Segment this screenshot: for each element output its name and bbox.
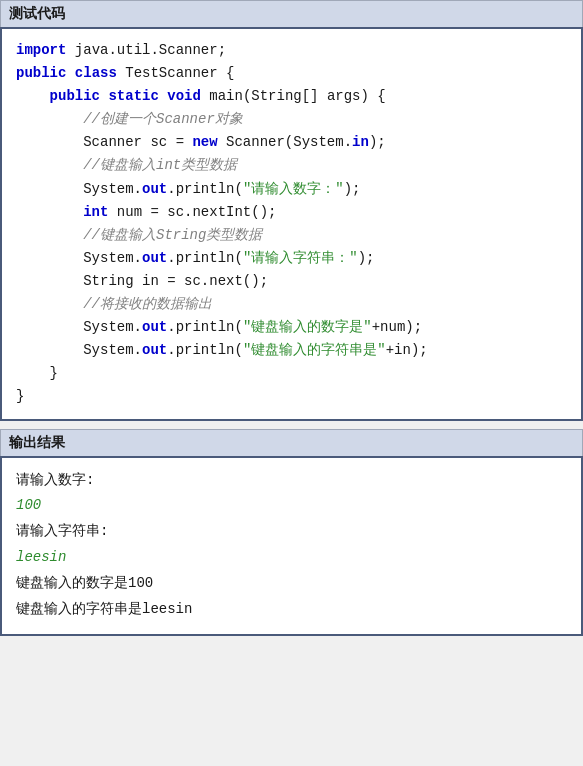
- code-line: //键盘输入String类型数据: [16, 224, 567, 247]
- code-token: Scanner(System.: [218, 134, 352, 150]
- output-line: 请输入数字:: [16, 468, 567, 494]
- code-token: main(String[] args) {: [201, 88, 386, 104]
- code-token: "键盘输入的数字是": [243, 319, 372, 335]
- output-line: leesin: [16, 545, 567, 571]
- code-token: .println(: [167, 342, 243, 358]
- code-section: 测试代码 import java.util.Scanner;public cla…: [0, 0, 583, 421]
- code-token: TestScanner {: [117, 65, 235, 81]
- code-token: //键盘输入String类型数据: [16, 227, 262, 243]
- code-token: [16, 88, 50, 104]
- code-token: in: [352, 134, 369, 150]
- code-line: //将接收的数据输出: [16, 293, 567, 316]
- code-token: [16, 204, 83, 220]
- code-token: System.: [16, 319, 142, 335]
- code-token: new: [192, 134, 217, 150]
- code-token: void: [167, 88, 201, 104]
- code-token: out: [142, 181, 167, 197]
- code-token: num = sc.nextInt();: [108, 204, 276, 220]
- code-token: "键盘输入的字符串是": [243, 342, 386, 358]
- code-token: System.: [16, 181, 142, 197]
- code-line: String in = sc.next();: [16, 270, 567, 293]
- code-token: public: [16, 65, 66, 81]
- output-section: 输出结果 请输入数字:100请输入字符串:leesin键盘输入的数字是100键盘…: [0, 429, 583, 636]
- code-token: "请输入数字：": [243, 181, 344, 197]
- code-token: }: [16, 388, 24, 404]
- code-token: "请输入字符串：": [243, 250, 358, 266]
- output-line: 键盘输入的字符串是leesin: [16, 597, 567, 623]
- code-token: public: [50, 88, 100, 104]
- code-line: Scanner sc = new Scanner(System.in);: [16, 131, 567, 154]
- code-token: [159, 88, 167, 104]
- code-token: .println(: [167, 181, 243, 197]
- code-token: class: [75, 65, 117, 81]
- output-line: 100: [16, 493, 567, 519]
- code-token: }: [16, 365, 58, 381]
- code-token: out: [142, 342, 167, 358]
- code-token: System.: [16, 250, 142, 266]
- code-line: }: [16, 385, 567, 408]
- code-token: static: [108, 88, 158, 104]
- code-token: +in);: [386, 342, 428, 358]
- code-line: public class TestScanner {: [16, 62, 567, 85]
- code-line: public static void main(String[] args) {: [16, 85, 567, 108]
- code-token: Scanner sc =: [16, 134, 192, 150]
- code-line: System.out.println("键盘输入的数字是"+num);: [16, 316, 567, 339]
- code-token: [66, 65, 74, 81]
- code-line: System.out.println("请输入数字：");: [16, 178, 567, 201]
- code-box: import java.util.Scanner;public class Te…: [0, 27, 583, 421]
- code-token: out: [142, 319, 167, 335]
- output-line: 键盘输入的数字是100: [16, 571, 567, 597]
- code-token: .println(: [167, 250, 243, 266]
- code-token: //键盘输入int类型数据: [16, 157, 237, 173]
- code-header: 测试代码: [0, 0, 583, 27]
- code-line: }: [16, 362, 567, 385]
- code-token: //创建一个Scanner对象: [16, 111, 243, 127]
- output-header: 输出结果: [0, 429, 583, 456]
- code-token: );: [344, 181, 361, 197]
- code-token: .println(: [167, 319, 243, 335]
- code-token: out: [142, 250, 167, 266]
- output-box: 请输入数字:100请输入字符串:leesin键盘输入的数字是100键盘输入的字符…: [0, 456, 583, 636]
- code-token: +num);: [372, 319, 422, 335]
- code-token: import: [16, 42, 66, 58]
- code-token: //将接收的数据输出: [16, 296, 212, 312]
- output-line: 请输入字符串:: [16, 519, 567, 545]
- code-token: java.util.Scanner;: [66, 42, 226, 58]
- code-line: System.out.println("请输入字符串：");: [16, 247, 567, 270]
- code-token: );: [358, 250, 375, 266]
- code-line: import java.util.Scanner;: [16, 39, 567, 62]
- code-token: System.: [16, 342, 142, 358]
- code-token: int: [83, 204, 108, 220]
- code-line: int num = sc.nextInt();: [16, 201, 567, 224]
- code-token: String in = sc.next();: [16, 273, 268, 289]
- code-line: //键盘输入int类型数据: [16, 154, 567, 177]
- code-line: System.out.println("键盘输入的字符串是"+in);: [16, 339, 567, 362]
- code-token: );: [369, 134, 386, 150]
- code-line: //创建一个Scanner对象: [16, 108, 567, 131]
